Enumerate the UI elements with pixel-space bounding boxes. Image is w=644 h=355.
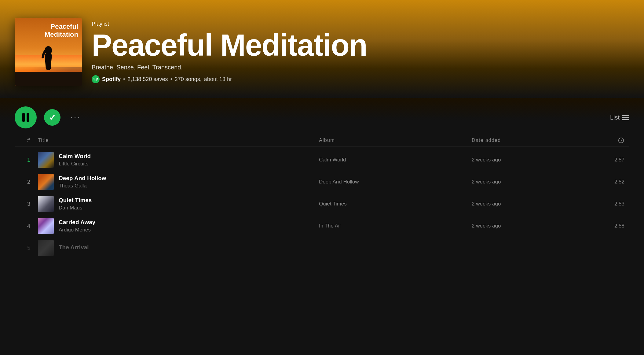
controls-right: List: [610, 114, 629, 121]
track-thumbnail: [38, 218, 54, 234]
track-thumbnail: [38, 196, 54, 212]
track-album: In The Air: [319, 223, 472, 229]
track-date-added: 2 weeks ago: [472, 223, 594, 229]
track-number: 3: [20, 201, 38, 207]
meta-saves: 2,138,520 saves: [127, 76, 168, 83]
pause-icon: [21, 113, 30, 122]
table-row[interactable]: 2 Deep And Hollow Thoas Galla Deep And H…: [15, 171, 629, 193]
track-text: Calm World Little Circuits: [59, 153, 91, 167]
col-header-title: Title: [38, 138, 319, 143]
meta-duration: about 13 hr: [204, 76, 232, 83]
track-name: Calm World: [59, 153, 91, 160]
track-album: Quiet Times: [319, 201, 472, 207]
meta-songs: 270 songs,: [175, 76, 202, 83]
track-album: Calm World: [319, 157, 472, 163]
meta-dot-1: •: [123, 76, 125, 83]
more-options-button[interactable]: ···: [68, 110, 83, 125]
list-view-button[interactable]: List: [610, 114, 629, 121]
playlist-info: Playlist Peaceful Meditation Breathe. Se…: [92, 21, 629, 86]
track-text: The Arrival: [59, 244, 89, 252]
col-header-duration: [594, 137, 624, 144]
track-thumbnail: [38, 174, 54, 190]
track-info: Calm World Little Circuits: [38, 152, 319, 168]
table-row[interactable]: 3 Quiet Times Dan Maus Quiet Times 2 wee…: [15, 193, 629, 215]
track-text: Deep And Hollow Thoas Galla: [59, 175, 106, 189]
track-duration: 2:57: [594, 157, 624, 163]
track-name: Carried Away: [59, 219, 95, 226]
track-text: Quiet Times Dan Maus: [59, 197, 92, 211]
track-name: Deep And Hollow: [59, 175, 106, 182]
track-artist: Ardigo Menes: [59, 227, 95, 233]
track-date-added: 2 weeks ago: [472, 179, 594, 185]
col-header-date: Date added: [472, 138, 594, 143]
track-info: Deep And Hollow Thoas Galla: [38, 174, 319, 190]
track-info: Carried Away Ardigo Menes: [38, 218, 319, 234]
track-name: Quiet Times: [59, 197, 92, 204]
pause-bar-left: [22, 113, 25, 122]
track-info: Quiet Times Dan Maus: [38, 196, 319, 212]
col-header-number: #: [20, 138, 38, 143]
track-number: 4: [20, 223, 38, 229]
table-row[interactable]: 1 Calm World Little Circuits Calm World …: [15, 149, 629, 171]
track-name: The Arrival: [59, 244, 89, 251]
playlist-title: Peaceful Meditation: [92, 30, 629, 60]
track-artist: Dan Maus: [59, 205, 92, 211]
track-number: 1: [20, 157, 38, 163]
spotify-logo-meta: [92, 75, 100, 83]
cover-text: Peaceful Meditation: [45, 23, 78, 39]
meta-dot-2: •: [170, 76, 172, 83]
cover-silhouette: [39, 44, 57, 75]
clock-icon: [618, 137, 624, 144]
playlist-meta: Spotify • 2,138,520 saves • 270 songs, a…: [92, 75, 629, 83]
track-duration: 2:52: [594, 179, 624, 185]
track-thumbnail: [38, 240, 54, 256]
playlist-type: Playlist: [92, 21, 629, 27]
track-duration: 2:58: [594, 223, 624, 229]
table-section: # Title Album Date added 1 Calm World Li…: [0, 135, 644, 259]
table-row[interactable]: 5 The Arrival: [15, 237, 629, 259]
play-pause-button[interactable]: [15, 106, 37, 128]
header-section: Peaceful Meditation Playlist Peaceful Me…: [0, 0, 644, 98]
svg-point-1: [45, 46, 52, 55]
playlist-description: Breathe. Sense. Feel. Transcend.: [92, 64, 629, 71]
list-label: List: [610, 114, 620, 121]
track-info: The Arrival: [38, 240, 319, 256]
track-date-added: 2 weeks ago: [472, 201, 594, 207]
track-number: 5: [20, 245, 38, 251]
track-duration: 2:53: [594, 201, 624, 207]
col-header-album: Album: [319, 138, 472, 143]
controls-left: ✓ ···: [15, 106, 83, 128]
track-thumbnail: [38, 152, 54, 168]
checkmark-icon: ✓: [49, 113, 56, 123]
track-album: Deep And Hollow: [319, 179, 472, 185]
pause-bar-right: [27, 113, 29, 122]
table-row[interactable]: 4 Carried Away Ardigo Menes In The Air 2…: [15, 215, 629, 237]
list-view-icon: [622, 115, 629, 120]
track-number: 2: [20, 179, 38, 185]
track-artist: Little Circuits: [59, 161, 91, 167]
controls-section: ✓ ··· List: [0, 98, 644, 135]
saved-button[interactable]: ✓: [44, 109, 60, 126]
track-date-added: 2 weeks ago: [472, 157, 594, 163]
table-header: # Title Album Date added: [15, 135, 629, 146]
meta-owner: Spotify: [102, 76, 121, 83]
track-text: Carried Away Ardigo Menes: [59, 219, 95, 233]
track-artist: Thoas Galla: [59, 183, 106, 189]
playlist-cover: Peaceful Meditation: [15, 18, 82, 86]
